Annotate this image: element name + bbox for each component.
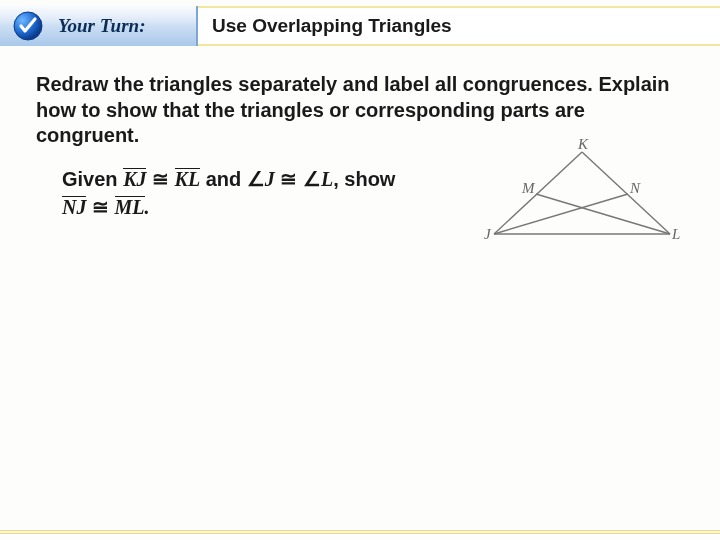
footer-rule	[0, 530, 720, 534]
svg-line-4	[494, 194, 628, 234]
label-N: N	[630, 180, 640, 197]
label-L: L	[672, 226, 680, 243]
angle-symbol-2: ∠	[303, 168, 321, 190]
segment-NJ: NJ	[62, 196, 86, 217]
slide-title: Use Overlapping Triangles	[212, 15, 452, 37]
word-and: and	[200, 168, 247, 190]
triangle-figure: K M N J L	[480, 144, 684, 242]
congruent-symbol-3: ≅	[92, 196, 109, 218]
figure-svg	[480, 144, 684, 242]
label-K: K	[578, 136, 588, 153]
period: .	[145, 196, 150, 218]
check-icon	[12, 10, 44, 42]
segment-KL: KL	[175, 168, 201, 189]
svg-line-5	[536, 194, 670, 234]
your-turn-box: Your Turn:	[0, 6, 198, 46]
label-M: M	[522, 180, 535, 197]
angle-J: J	[265, 168, 275, 190]
svg-line-2	[582, 152, 670, 234]
header-bar: Your Turn: Use Overlapping Triangles	[0, 6, 720, 46]
congruent-symbol: ≅	[152, 168, 169, 190]
title-box: Use Overlapping Triangles	[198, 6, 720, 46]
given-text: Given KJ ≅ KL and ∠J ≅ ∠L, show NJ ≅ ML.	[62, 165, 395, 221]
label-J: J	[484, 226, 491, 243]
svg-line-1	[494, 152, 582, 234]
angle-symbol-1: ∠	[247, 168, 265, 190]
segment-ML: ML	[115, 196, 145, 217]
angle-L: L	[321, 168, 333, 190]
comma-show: , show	[333, 168, 395, 190]
word-given: Given	[62, 168, 118, 190]
congruent-symbol-2: ≅	[280, 168, 297, 190]
segment-KJ: KJ	[123, 168, 146, 189]
your-turn-label: Your Turn:	[58, 15, 145, 37]
